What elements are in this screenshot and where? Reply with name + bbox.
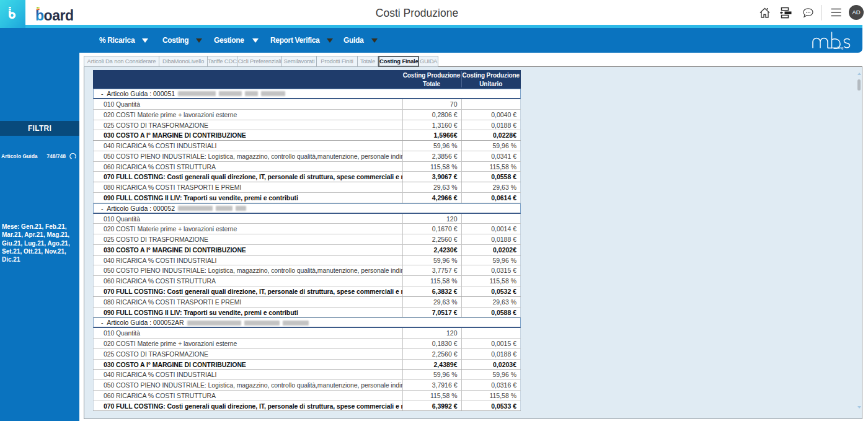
- svg-text:oard: oard: [44, 7, 74, 22]
- svg-text:consulting: consulting: [828, 46, 843, 50]
